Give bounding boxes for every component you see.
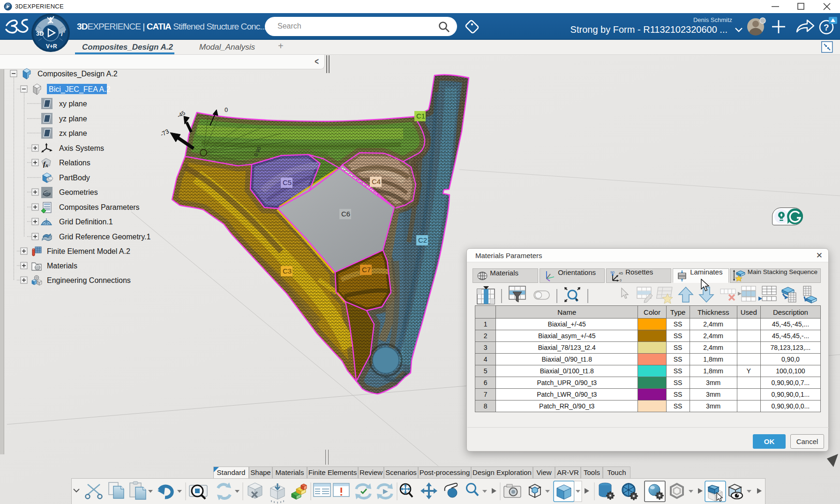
svg-text:Axis Systems: Axis Systems	[59, 144, 104, 152]
svg-text:45: 45	[619, 271, 623, 275]
svg-text:z: z	[63, 30, 65, 34]
svg-text:xy plane: xy plane	[59, 100, 87, 108]
svg-text:Engineering Connections: Engineering Connections	[47, 276, 131, 284]
svg-text:yz plane: yz plane	[59, 115, 87, 123]
svg-text:x: x	[45, 162, 48, 169]
svg-text:Composites_Design A.2: Composites_Design A.2	[38, 70, 118, 78]
svg-text:zx plane: zx plane	[59, 129, 87, 137]
svg-text:C1: C1	[416, 112, 425, 120]
svg-text:3D: 3D	[36, 30, 44, 37]
svg-text:Grid Reference Geometry.1: Grid Reference Geometry.1	[59, 233, 150, 241]
svg-text:C7: C7	[362, 266, 371, 274]
svg-text:Geometries: Geometries	[59, 188, 98, 196]
svg-text:V+R: V+R	[46, 43, 57, 50]
svg-text:Relations: Relations	[59, 159, 90, 167]
svg-text:PartBody: PartBody	[59, 174, 90, 182]
svg-text:C6: C6	[341, 210, 350, 218]
svg-text:3D: 3D	[5, 6, 8, 9]
svg-text:?: ?	[824, 22, 829, 32]
svg-text:0: 0	[620, 279, 622, 282]
svg-text:Bici_JEC_FEA A.2: Bici_JEC_FEA A.2	[49, 85, 111, 94]
svg-text:C4: C4	[372, 178, 381, 185]
svg-text:Materials: Materials	[47, 262, 77, 270]
svg-text:C2: C2	[418, 236, 427, 244]
svg-text:Composites Parameters: Composites Parameters	[59, 203, 140, 211]
svg-text:Grid Definition.1: Grid Definition.1	[59, 218, 113, 226]
svg-text:Finite Element Model A.2: Finite Element Model A.2	[47, 247, 130, 255]
svg-text:i: i	[61, 30, 63, 37]
